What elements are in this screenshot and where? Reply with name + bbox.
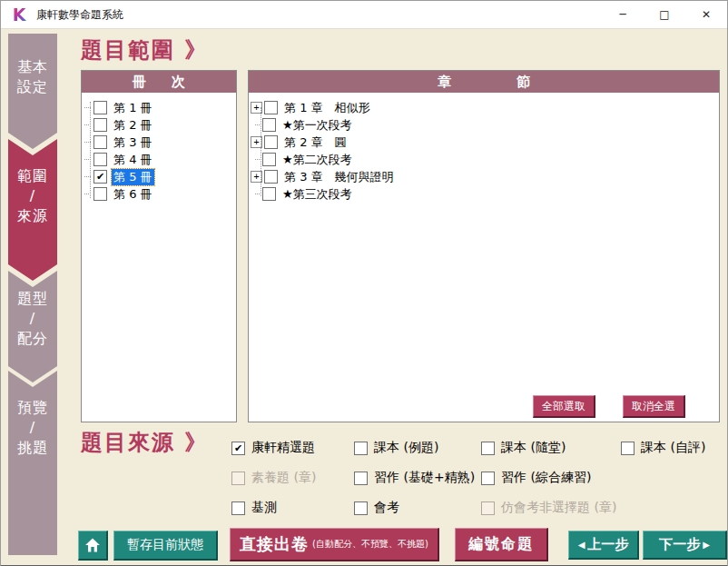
volume-row[interactable]: 第 4 冊 bbox=[82, 151, 236, 168]
title-bar: K 康軒數學命題系統 ─ □ ✕ bbox=[1, 1, 727, 29]
chapter-row[interactable]: + 第 3 章 幾何與證明 bbox=[249, 168, 719, 185]
volume-row[interactable]: ✔ 第 5 冊 bbox=[82, 168, 236, 185]
volume-label-selected[interactable]: 第 5 冊 bbox=[112, 169, 154, 185]
volume-row[interactable]: 第 6 冊 bbox=[82, 185, 236, 203]
chapter-checkbox[interactable] bbox=[264, 135, 278, 149]
source-checkbox[interactable] bbox=[481, 442, 495, 455]
volume-row[interactable]: 第 2 冊 bbox=[82, 116, 236, 134]
chapter-row[interactable]: + 第 1 章 相似形 bbox=[249, 99, 719, 116]
volume-label[interactable]: 第 1 冊 bbox=[112, 100, 154, 116]
source-option-disabled: 仿會考非選擇題 (章) bbox=[481, 500, 616, 516]
chapter-label[interactable]: ★第一次段考 bbox=[280, 117, 354, 134]
direct-exam-sublabel: (自動配分、不預覽、不挑題) bbox=[312, 538, 428, 551]
deselect-all-button[interactable]: 取消全選 bbox=[623, 395, 685, 418]
source-option[interactable]: 基測 bbox=[231, 500, 277, 516]
tab-range-source[interactable]: 範圍 / 來源 bbox=[8, 139, 57, 281]
app-logo-icon: K bbox=[9, 5, 29, 25]
source-option-label[interactable]: 康軒精選題 bbox=[251, 440, 315, 456]
chapter-checkbox[interactable] bbox=[262, 187, 276, 201]
chapter-label[interactable]: 第 1 章 相似形 bbox=[282, 100, 372, 116]
source-option-label[interactable]: 習作 (綜合練習) bbox=[501, 470, 591, 486]
direct-exam-label: 直接出卷 bbox=[240, 533, 309, 555]
volume-checkbox[interactable] bbox=[93, 187, 107, 201]
save-state-button[interactable]: 暫存目前狀態 bbox=[113, 531, 218, 561]
tree-line bbox=[90, 102, 91, 198]
volume-label[interactable]: 第 6 冊 bbox=[112, 186, 154, 203]
source-option-label[interactable]: 課本 (自評) bbox=[641, 440, 705, 456]
volume-label[interactable]: 第 4 冊 bbox=[112, 152, 154, 168]
tab-label-line: / bbox=[8, 418, 57, 438]
source-checkbox[interactable] bbox=[231, 501, 245, 515]
direct-exam-button[interactable]: 直接出卷 (自動配分、不預覽、不挑題) bbox=[230, 528, 439, 561]
chapter-checkbox[interactable] bbox=[264, 170, 278, 184]
close-button[interactable]: ✕ bbox=[685, 1, 727, 28]
source-option-label[interactable]: 基測 bbox=[251, 500, 277, 516]
tree-line bbox=[261, 107, 261, 196]
volume-row[interactable]: 第 3 冊 bbox=[82, 134, 236, 151]
window-controls: ─ □ ✕ bbox=[602, 1, 727, 28]
next-step-label: 下一步 bbox=[659, 536, 700, 553]
chapter-label[interactable]: 第 2 章 圓 bbox=[282, 134, 349, 151]
source-checkbox[interactable] bbox=[481, 472, 495, 485]
previous-step-button[interactable]: ◀ 上一步 bbox=[568, 531, 639, 560]
maximize-button[interactable]: □ bbox=[644, 1, 685, 28]
tab-label-line: / bbox=[8, 186, 57, 206]
tab-question-type-score[interactable]: 題型 / 配分 bbox=[8, 271, 57, 382]
source-checkbox-checked[interactable]: ✔ bbox=[231, 442, 245, 455]
source-option-label[interactable]: 課本 (例題) bbox=[374, 440, 438, 456]
source-option[interactable]: 課本 (隨堂) bbox=[481, 440, 566, 456]
numbering-button[interactable]: 編號命題 bbox=[455, 528, 548, 561]
source-option[interactable]: 課本 (自評) bbox=[621, 440, 705, 456]
chapter-checkbox[interactable] bbox=[262, 153, 276, 166]
chapter-label[interactable]: ★第三次段考 bbox=[280, 186, 354, 203]
tab-label-line: 挑題 bbox=[8, 438, 57, 458]
volume-label[interactable]: 第 3 冊 bbox=[112, 134, 154, 151]
chapter-checkbox[interactable] bbox=[262, 118, 276, 132]
minimize-button[interactable]: ─ bbox=[602, 1, 644, 28]
source-option-label[interactable]: 課本 (隨堂) bbox=[501, 440, 566, 456]
right-arrow-icon: ▶ bbox=[703, 540, 710, 550]
volume-checkbox[interactable] bbox=[93, 135, 107, 149]
next-step-button[interactable]: 下一步 ▶ bbox=[643, 531, 727, 560]
chapter-header-label: 節 bbox=[516, 74, 530, 91]
volume-row[interactable]: 第 1 冊 bbox=[82, 99, 236, 116]
source-option-label[interactable]: 會考 bbox=[374, 500, 399, 516]
volume-checkbox[interactable] bbox=[93, 118, 107, 132]
volume-header-label: 次 bbox=[172, 74, 185, 91]
source-checkbox[interactable] bbox=[354, 501, 368, 515]
chapter-panel: 章 節 + 第 1 章 相似形 ★第一次段考 + 第 2 章 圓 bbox=[248, 70, 720, 422]
tree-connector bbox=[255, 194, 260, 194]
chapter-checkbox[interactable] bbox=[264, 101, 278, 114]
source-option[interactable]: 課本 (例題) bbox=[354, 440, 438, 456]
chapter-row[interactable]: ★第三次段考 bbox=[249, 185, 719, 203]
volume-checkbox-checked[interactable]: ✔ bbox=[93, 170, 107, 184]
select-all-button[interactable]: 全部選取 bbox=[533, 395, 595, 418]
chapter-row[interactable]: ★第一次段考 bbox=[249, 116, 719, 134]
tab-label-line: 設定 bbox=[8, 77, 57, 97]
source-option-disabled: 素養題 (章) bbox=[231, 470, 316, 486]
home-button[interactable] bbox=[78, 531, 108, 561]
source-option[interactable]: 習作 (基礎+精熟) bbox=[354, 470, 475, 486]
volume-checkbox[interactable] bbox=[93, 153, 107, 166]
source-checkbox[interactable] bbox=[354, 442, 368, 455]
chapter-row[interactable]: + 第 2 章 圓 bbox=[249, 134, 719, 151]
chapter-label[interactable]: ★第二次段考 bbox=[280, 152, 354, 168]
source-option-label[interactable]: 習作 (基礎+精熟) bbox=[374, 470, 475, 486]
source-option[interactable]: ✔ 康軒精選題 bbox=[231, 440, 315, 456]
volume-label[interactable]: 第 2 冊 bbox=[112, 117, 154, 134]
source-checkbox[interactable] bbox=[354, 472, 368, 485]
tree-connector bbox=[255, 124, 260, 125]
source-option[interactable]: 會考 bbox=[354, 500, 399, 516]
check-icon: ✔ bbox=[234, 443, 242, 453]
app-window: K 康軒數學命題系統 ─ □ ✕ 基本 設定 範圍 / 來源 題型 / 配分 預… bbox=[0, 0, 728, 566]
tree-connector bbox=[255, 159, 260, 160]
tab-basic-settings[interactable]: 基本 設定 bbox=[8, 34, 57, 149]
chapter-tree: + 第 1 章 相似形 ★第一次段考 + 第 2 章 圓 ★第二次段考 + bbox=[249, 93, 719, 203]
source-checkbox[interactable] bbox=[621, 442, 635, 455]
chapter-label[interactable]: 第 3 章 幾何與證明 bbox=[282, 169, 396, 185]
chapter-row[interactable]: ★第二次段考 bbox=[249, 151, 719, 168]
tab-label-line: 來源 bbox=[8, 206, 57, 226]
volume-checkbox[interactable] bbox=[93, 101, 107, 114]
source-option[interactable]: 習作 (綜合練習) bbox=[481, 470, 591, 486]
tab-preview-pick[interactable]: 預覽 / 挑題 bbox=[8, 371, 57, 555]
